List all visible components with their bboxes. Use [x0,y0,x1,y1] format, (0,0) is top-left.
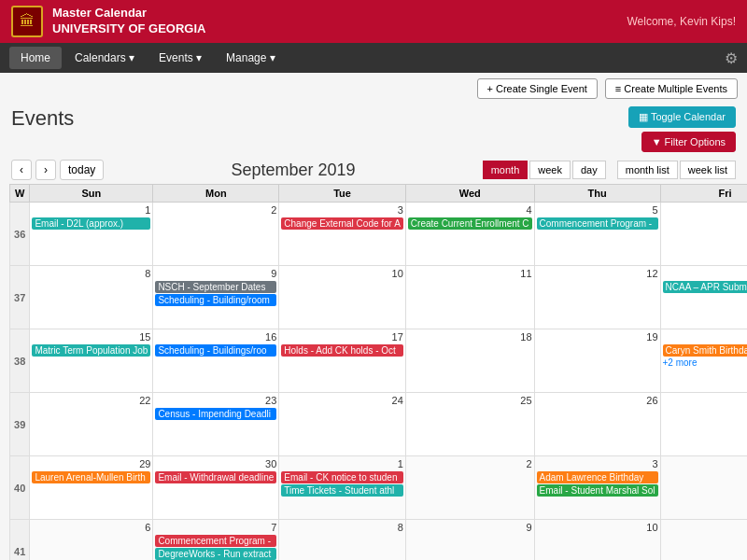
calendar-day: 20Caryn Smith Birthday+2 more [660,329,747,393]
calendar-day: 9 [405,520,534,561]
app-title-block: Master Calendar UNIVERSITY OF GEORGIA [52,6,205,37]
calendar-event[interactable]: Matric Term Population Job [32,344,150,357]
nav-calendars[interactable]: Calendars ▾ [63,47,146,69]
calendar-event[interactable]: DegreeWorks - Run extract [155,548,276,560]
calendar-event[interactable]: NSCH - September Dates [155,281,276,293]
col-week: W [10,185,30,203]
today-button[interactable]: today [60,160,104,180]
create-single-button[interactable]: + Create Single Event [477,78,598,99]
calendar-day: 16Scheduling - Buildings/roo [153,329,279,393]
calendar-event[interactable]: Census - Impending Deadli [155,408,276,420]
day-number: 11 [663,522,747,533]
calendar-event[interactable]: Commencement Program - [155,535,276,547]
view-week-button[interactable]: week [529,161,571,179]
calendar-nav: ‹ › today [11,160,104,180]
nav-home[interactable]: Home [9,47,62,69]
header-left: 🏛 Master Calendar UNIVERSITY OF GEORGIA [11,6,205,37]
page-title: Events [11,106,74,131]
nav-events[interactable]: Events ▾ [148,47,213,69]
calendar-day: 25 [405,393,534,456]
nav-manage[interactable]: Manage ▾ [215,47,287,69]
nav-left: Home Calendars ▾ Events ▾ Manage ▾ [9,47,287,69]
calendar-event[interactable]: Scheduling - Buildings/roo [155,344,276,357]
calendar-day: 11 [405,266,534,329]
calendar-day: 10 [534,520,660,561]
calendar-event[interactable]: Commencement Program - [537,217,658,230]
calendar-day: 1Email - D2L (approx.) [30,203,153,266]
col-sun: Sun [30,185,153,203]
calendar-toggle-buttons: ▦ Toggle Calendar ▼ Filter Options [628,106,736,152]
calendar-event[interactable]: Email - Withdrawal deadline [155,471,276,483]
day-number: 22 [32,395,150,406]
calendar-day: 30Email - Withdrawal deadline [153,456,279,520]
day-number: 6 [32,522,150,533]
calendar-day: 19 [534,329,660,393]
calendar-event[interactable]: Caryn Smith Birthday [663,344,747,357]
calendar-event[interactable]: Change External Code for A [281,217,403,230]
calendar-day: 13NCAA – APR Submissions D [660,266,747,329]
calendar-event[interactable]: Email - D2L (approx.) [32,217,150,230]
page-header: Events ▦ Toggle Calendar ▼ Filter Option… [0,103,747,156]
day-number: 23 [155,395,276,406]
calendar-day: 26 [534,393,660,456]
prev-button[interactable]: ‹ [11,160,32,180]
view-month-list-button[interactable]: month list [617,161,678,179]
calendar-event[interactable]: Email - CK notice to studen [281,471,403,483]
view-day-button[interactable]: day [572,161,606,179]
calendar-day: 10 [279,266,406,329]
calendar-event[interactable]: Time Tickets - Student athl [281,484,403,497]
day-number: 8 [32,268,150,279]
calendar-day: 4Create Current Enrollment C [405,203,534,266]
calendar-day: 4 [660,456,747,520]
view-month-button[interactable]: month [483,161,529,179]
next-button[interactable]: › [35,160,56,180]
toggle-calendar-button[interactable]: ▦ Toggle Calendar [628,106,736,128]
day-number: 11 [408,268,532,279]
calendar-day: 27 [660,393,747,456]
day-number: 9 [155,268,276,279]
calendar-event[interactable]: Lauren Arenal-Mullen Birth [32,471,150,483]
calendar-day: 8 [30,266,153,329]
week-number: 37 [10,266,30,329]
calendar-day: 1Email - CK notice to studenTime Tickets… [279,456,406,520]
view-buttons: month week day month list week list [483,161,736,179]
day-number: 16 [155,331,276,343]
day-number: 24 [281,395,403,406]
view-week-list-button[interactable]: week list [680,161,736,179]
day-number: 13 [663,268,747,279]
calendar-day: 8 [279,520,406,561]
calendar-day: 24 [279,393,406,456]
calendar-event[interactable]: Scheduling - Building/room [155,294,276,306]
calendar-table: W Sun Mon Tue Wed Thu Fri Sat 361Email -… [9,184,747,560]
calendar-controls: ‹ › today September 2019 month week day … [0,156,747,184]
nav-bar: Home Calendars ▾ Events ▾ Manage ▾ ⚙ [0,43,747,73]
week-number: 39 [10,393,30,456]
more-events-link[interactable]: +2 more [663,357,747,368]
day-number: 6 [663,204,747,216]
day-number: 15 [32,331,150,343]
calendar-month-year: September 2019 [231,161,355,180]
day-number: 25 [408,395,532,406]
col-fri: Fri [660,185,747,203]
calendar-day: 12 [534,266,660,329]
calendar-event[interactable]: Email - Student Marshal Sol [537,484,658,497]
app-title: Master Calendar [52,6,205,21]
day-number: 17 [281,331,403,343]
calendar-day: 3Adam Lawrence BirthdayEmail - Student M… [534,456,660,520]
calendar-day: 29Lauren Arenal-Mullen Birth [30,456,153,520]
col-wed: Wed [405,185,534,203]
calendar-day: 2 [405,456,534,520]
calendar-event[interactable]: Create Current Enrollment C [408,217,532,230]
calendar-event[interactable]: NCAA – APR Submissions D [663,281,747,293]
create-multiple-button[interactable]: ≡ Create Multiple Events [605,78,738,99]
day-number: 1 [281,458,403,469]
week-number: 41 [10,520,30,561]
day-number: 10 [281,268,403,279]
welcome-message: Welcome, Kevin Kips! [627,15,737,28]
calendar-event[interactable]: Holds - Add CK holds - Oct [281,344,403,357]
calendar-event[interactable]: Adam Lawrence Birthday [537,471,658,483]
gear-icon[interactable]: ⚙ [725,49,738,67]
filter-options-button[interactable]: ▼ Filter Options [641,132,736,152]
col-mon: Mon [153,185,279,203]
calendar-day: 11 [660,520,747,561]
